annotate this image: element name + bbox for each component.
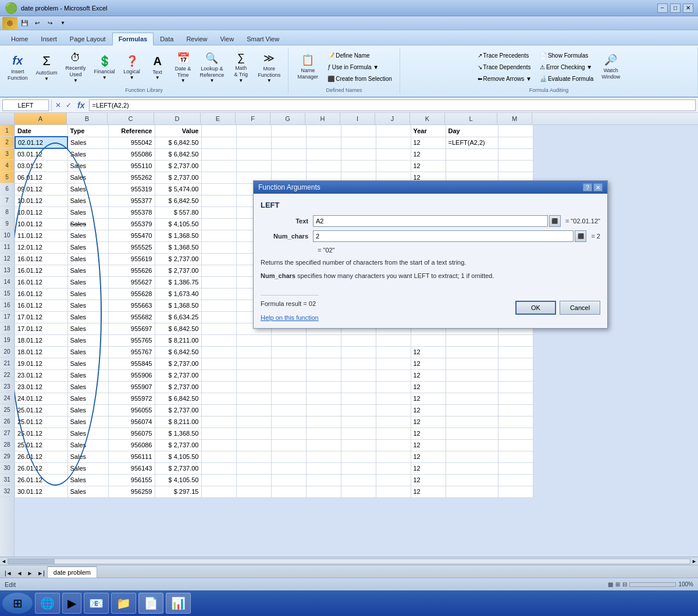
cell-f2[interactable] <box>236 137 271 148</box>
cell-c6[interactable]: 955319 <box>108 183 155 195</box>
cell-l29[interactable] <box>446 451 498 462</box>
cell-b12[interactable]: Sales <box>67 253 108 265</box>
cell-h20[interactable] <box>306 346 341 358</box>
cell-j21[interactable] <box>376 358 411 369</box>
cell-a14[interactable]: 16.01.12 <box>15 276 67 288</box>
taskbar-explorer[interactable]: 📁 <box>111 593 136 614</box>
cell-c10[interactable]: 955470 <box>108 230 155 241</box>
cell-f27[interactable] <box>236 428 271 439</box>
text-ref-button[interactable]: ⬛ <box>549 215 561 227</box>
cell-d4[interactable]: $ 2,737.00 <box>155 160 201 172</box>
scrollbar-thumb[interactable] <box>8 559 55 564</box>
cell-g3[interactable] <box>271 148 306 160</box>
row-num-26[interactable]: 26 <box>0 416 14 428</box>
cell-d11[interactable]: $ 1,368.50 <box>155 241 201 253</box>
cell-d19[interactable]: $ 8,211.00 <box>155 334 201 346</box>
cell-h22[interactable] <box>306 369 341 381</box>
taskbar-word[interactable]: 📄 <box>138 593 163 614</box>
math-trig-button[interactable]: ∑ Math& Trig ▼ <box>229 49 252 86</box>
cell-h25[interactable] <box>306 404 341 416</box>
cell-f26[interactable] <box>236 416 271 428</box>
cell-c16[interactable]: 955663 <box>108 300 155 311</box>
cell-j27[interactable] <box>376 428 411 439</box>
cell-m29[interactable] <box>498 451 533 462</box>
cell-a23[interactable]: 23.01.12 <box>15 381 67 393</box>
cell-f19[interactable] <box>236 334 271 346</box>
tab-view[interactable]: View <box>213 33 240 45</box>
autosum-button[interactable]: Σ AutoSum ▼ <box>33 49 60 86</box>
cell-h32[interactable] <box>306 486 341 497</box>
row-num-20[interactable]: 20 <box>0 346 14 358</box>
cell-a32[interactable]: 30.01.12 <box>15 486 67 497</box>
insert-function-button[interactable]: fx InsertFunction <box>5 49 31 86</box>
row-num-13[interactable]: 13 <box>0 265 14 276</box>
cell-c8[interactable]: 955378 <box>108 206 155 218</box>
cell-d8[interactable]: $ 557.80 <box>155 206 201 218</box>
ok-button[interactable]: OK <box>515 301 556 315</box>
col-header-i[interactable]: I <box>340 113 375 124</box>
define-name-button[interactable]: 📝 Define Name <box>325 50 395 60</box>
cell-j32[interactable] <box>376 486 411 497</box>
cell-c7[interactable]: 955377 <box>108 195 155 206</box>
cell-b31[interactable]: Sales <box>67 474 108 486</box>
dropdown-icon[interactable]: ▼ <box>57 18 69 29</box>
cell-a29[interactable]: 26.01.12 <box>15 451 67 462</box>
cell-b14[interactable]: Sales <box>67 276 108 288</box>
cell-a28[interactable]: 25.01.12 <box>15 439 67 451</box>
start-button[interactable]: ⊞ <box>2 593 33 614</box>
cell-d25[interactable]: $ 2,737.00 <box>155 404 201 416</box>
cell-g30[interactable] <box>271 462 306 474</box>
cell-a21[interactable]: 19.01.12 <box>15 358 67 369</box>
cell-l1[interactable]: Day <box>446 125 498 137</box>
cell-e2[interactable] <box>201 137 236 148</box>
cell-e16[interactable] <box>201 300 236 311</box>
cell-j31[interactable] <box>376 474 411 486</box>
create-from-selection-button[interactable]: ⬛ Create from Selection <box>325 73 395 84</box>
cell-c9[interactable]: 955379 <box>108 218 155 230</box>
cell-b24[interactable]: Sales <box>67 393 108 404</box>
cell-a10[interactable]: 11.01.12 <box>15 230 67 241</box>
show-formulas-button[interactable]: 📄 Show Formulas <box>537 50 596 60</box>
cell-g24[interactable] <box>271 393 306 404</box>
cell-f31[interactable] <box>236 474 271 486</box>
cell-h27[interactable] <box>306 428 341 439</box>
row-num-2[interactable]: 2 <box>0 137 14 148</box>
cell-c14[interactable]: 955627 <box>108 276 155 288</box>
col-header-a[interactable]: A <box>15 113 67 124</box>
cell-a11[interactable]: 12.01.12 <box>15 241 67 253</box>
cell-l25[interactable] <box>446 404 498 416</box>
cell-j23[interactable] <box>376 381 411 393</box>
cell-j4[interactable] <box>376 160 411 172</box>
cell-g27[interactable] <box>271 428 306 439</box>
cell-f32[interactable] <box>236 486 271 497</box>
cell-d16[interactable]: $ 1,368.50 <box>155 300 201 311</box>
cell-k4[interactable]: 12 <box>411 160 446 172</box>
cell-k19[interactable] <box>411 334 446 346</box>
cell-i26[interactable] <box>341 416 376 428</box>
cell-f25[interactable] <box>236 404 271 416</box>
row-num-18[interactable]: 18 <box>0 323 14 334</box>
cell-e13[interactable] <box>201 265 236 276</box>
cell-a19[interactable]: 18.01.12 <box>15 334 67 346</box>
cell-j22[interactable] <box>376 369 411 381</box>
financial-button[interactable]: 💲 Financial ▼ <box>91 49 118 86</box>
cell-k25[interactable]: 12 <box>411 404 446 416</box>
cell-c13[interactable]: 955626 <box>108 265 155 276</box>
cell-i20[interactable] <box>341 346 376 358</box>
tab-home[interactable]: Home <box>5 33 34 45</box>
cell-c17[interactable]: 955682 <box>108 311 155 323</box>
cell-d6[interactable]: $ 5,474.00 <box>155 183 201 195</box>
cell-c26[interactable]: 956074 <box>108 416 155 428</box>
cell-k22[interactable]: 12 <box>411 369 446 381</box>
numchars-input[interactable] <box>313 230 574 242</box>
cell-d29[interactable]: $ 4,105.50 <box>155 451 201 462</box>
watch-window-button[interactable]: 🔎 WatchWindow <box>599 49 623 85</box>
cell-f20[interactable] <box>236 346 271 358</box>
cell-m24[interactable] <box>498 393 533 404</box>
cell-m23[interactable] <box>498 381 533 393</box>
row-num-31[interactable]: 31 <box>0 474 14 486</box>
cell-m28[interactable] <box>498 439 533 451</box>
cell-a20[interactable]: 18.01.12 <box>15 346 67 358</box>
row-num-4[interactable]: 4 <box>0 160 14 172</box>
cell-c15[interactable]: 955628 <box>108 288 155 300</box>
